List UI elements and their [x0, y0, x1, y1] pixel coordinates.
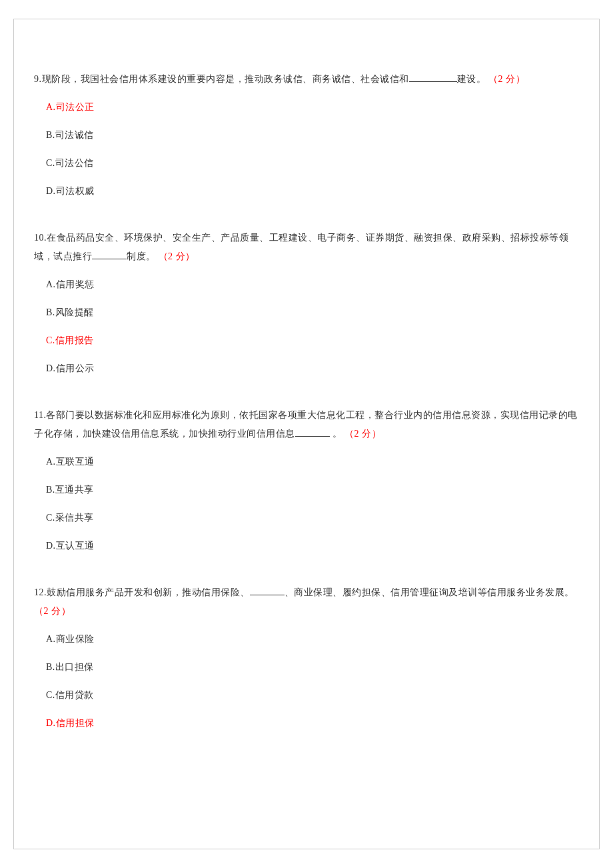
- question-text-post: 。: [330, 429, 342, 439]
- option-d[interactable]: D.互认互通: [34, 537, 579, 555]
- question-number: 12.: [34, 587, 47, 597]
- option-d[interactable]: D.信用担保: [34, 714, 579, 733]
- option-c[interactable]: C.信用贷款: [34, 686, 579, 705]
- question-text-post: 制度。: [127, 251, 156, 261]
- question-stem: 10.在食品药品安全、环境保护、安全生产、产品质量、工程建设、电子商务、证券期货…: [34, 229, 579, 266]
- question-number: 9.: [34, 74, 42, 84]
- question-text-post: 、商业保理、履约担保、信用管理征询及培训等信用服务业务发展。: [285, 587, 574, 597]
- question-stem: 11.各部门要以数据标准化和应用标准化为原则，依托国家各项重大信息化工程，整合行…: [34, 406, 579, 443]
- option-b[interactable]: B.司法诚信: [34, 126, 579, 145]
- option-a[interactable]: A.司法公正: [34, 98, 579, 117]
- question-stem: 12.鼓励信用服务产品开发和创新，推动信用保险、、商业保理、履约担保、信用管理征…: [34, 583, 579, 621]
- blank-line: [409, 81, 457, 82]
- spacer: [34, 207, 579, 229]
- option-b[interactable]: B.互通共享: [34, 481, 579, 499]
- option-b[interactable]: B.出口担保: [34, 658, 579, 677]
- option-d[interactable]: D.司法权威: [34, 182, 579, 201]
- option-c[interactable]: C.司法公信: [34, 154, 579, 173]
- spacer: [34, 562, 579, 583]
- blank-line: [250, 595, 285, 595]
- question-text-post: 建设。: [457, 74, 486, 84]
- option-a[interactable]: A.商业保险: [34, 630, 579, 649]
- question-number: 11.: [34, 410, 46, 420]
- option-b[interactable]: B.风险提醒: [34, 303, 579, 322]
- question-points: （2 分）: [34, 606, 71, 616]
- blank-line: [92, 259, 127, 259]
- question-number: 10.: [34, 233, 47, 243]
- question-text-pre: 现阶段，我国社会信用体系建设的重要内容是，推动政务诚信、商务诚信、社会诚信和: [42, 74, 409, 84]
- content-frame: 9.现阶段，我国社会信用体系建设的重要内容是，推动政务诚信、商务诚信、社会诚信和…: [13, 19, 600, 849]
- question-text-pre: 鼓励信用服务产品开发和创新，推动信用保险、: [47, 587, 250, 597]
- option-c[interactable]: C.采信共享: [34, 509, 579, 527]
- option-d[interactable]: D.信用公示: [34, 359, 579, 378]
- page-wrapper: 9.现阶段，我国社会信用体系建设的重要内容是，推动政务诚信、商务诚信、社会诚信和…: [0, 0, 613, 868]
- question-text-pre: 在食品药品安全、环境保护、安全生产、产品质量、工程建设、电子商务、证券期货、融资…: [34, 233, 568, 261]
- spacer: [34, 385, 579, 406]
- blank-line: [295, 436, 330, 437]
- question-stem: 9.现阶段，我国社会信用体系建设的重要内容是，推动政务诚信、商务诚信、社会诚信和…: [34, 70, 579, 89]
- question-points: （2 分）: [488, 74, 525, 84]
- option-a[interactable]: A.互联互通: [34, 453, 579, 471]
- question-points: （2 分）: [344, 429, 381, 439]
- option-a[interactable]: A.信用奖惩: [34, 275, 579, 294]
- question-text-pre: 各部门要以数据标准化和应用标准化为原则，依托国家各项重大信息化工程，整合行业内的…: [34, 410, 578, 439]
- option-c[interactable]: C.信用报告: [34, 331, 579, 350]
- question-points: （2 分）: [159, 251, 195, 261]
